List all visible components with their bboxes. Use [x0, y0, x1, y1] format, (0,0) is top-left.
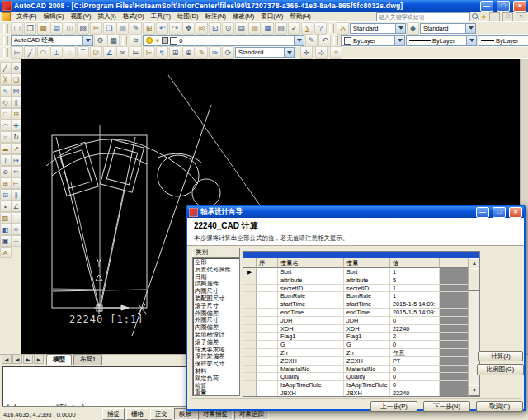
zoom-window-icon[interactable]: ⊡ [209, 22, 221, 35]
match-properties-icon[interactable]: ✎ [130, 22, 142, 35]
array-icon[interactable]: ⊞ [11, 108, 22, 120]
cell-seq[interactable] [257, 292, 278, 300]
menu-item[interactable]: 修改(M) [229, 12, 257, 21]
cell-value[interactable]: 5 [390, 276, 440, 285]
category-item[interactable]: 额定负荷 [195, 375, 238, 383]
markup-set-manager-icon[interactable]: ✓ [288, 22, 300, 35]
table-row[interactable]: XDH XDH 22240 [243, 325, 479, 333]
cell-value[interactable]: 22240 [390, 389, 440, 397]
layer-combo[interactable]: ☀ 0 [143, 35, 304, 46]
table-row[interactable]: ZCXH ZCXH PT [243, 357, 479, 366]
dim-style-combo[interactable]: Standard [420, 23, 476, 34]
previous-step-button[interactable]: 上一步(P) [370, 401, 417, 412]
col-header-seq[interactable]: 序 [257, 258, 278, 268]
category-item[interactable]: 外圈偏差 [195, 310, 238, 318]
category-item[interactable]: 内圈偏差 [195, 324, 238, 332]
block-editor-icon[interactable]: ⊞ [143, 22, 155, 35]
close-button[interactable]: × [513, 1, 526, 12]
rotate-icon[interactable]: ↻ [11, 131, 22, 143]
category-item[interactable]: 内圈尺寸 [195, 288, 238, 295]
calculate-button[interactable]: 计算(J) [478, 351, 523, 361]
chamfer-icon[interactable]: ∠ [11, 201, 22, 212]
zoom-previous-icon[interactable]: ⊙ [222, 22, 234, 35]
region-icon[interactable]: ▣ [0, 235, 12, 247]
dimension-style-icon[interactable]: ✛ [300, 46, 313, 59]
mirror-icon[interactable]: ⋈ [11, 85, 22, 97]
dialog-minimize-button[interactable]: — [476, 207, 489, 218]
erase-icon[interactable]: ⊘ [11, 62, 22, 73]
open-icon[interactable]: ❒ [24, 22, 36, 35]
cell-value[interactable]: 2 [390, 333, 440, 341]
table-row[interactable]: endTime endTime 2015-1-5 14:09: [243, 309, 479, 317]
make-block-icon[interactable]: ⊡ [0, 189, 12, 201]
dim-continue-icon[interactable]: ⊩ [143, 46, 155, 59]
cell-seq[interactable] [257, 300, 278, 309]
extend-icon[interactable]: ⊢ [11, 177, 22, 189]
cell-varname[interactable]: startTime [278, 300, 344, 309]
tolerance-icon[interactable]: ⊞ [169, 46, 182, 59]
cell-var[interactable]: Zn [344, 349, 390, 357]
cell-value[interactable]: PT [390, 357, 440, 366]
table-row[interactable]: JDH JDH 0 [243, 317, 479, 325]
dim-linear-icon[interactable]: ⊢ [11, 46, 23, 59]
spline-icon[interactable]: ≀ [0, 154, 12, 166]
pan-realtime-icon[interactable]: ✥ [182, 22, 195, 35]
cell-var[interactable]: G [344, 341, 390, 349]
cancel-button[interactable]: 取消(C) [476, 401, 523, 412]
category-item[interactable]: 技术要求项 [195, 347, 238, 354]
category-item[interactable]: 滚子偏差 [195, 339, 238, 347]
dim-radius-icon[interactable]: ◌ [64, 46, 76, 59]
dim-aligned-icon[interactable]: ╱ [24, 46, 36, 59]
save-icon[interactable]: ▦ [37, 22, 50, 35]
cell-value[interactable]: 22240 [390, 325, 440, 333]
move-icon[interactable]: ✚ [11, 120, 22, 131]
offset-icon[interactable]: ∥ [11, 97, 22, 108]
lineweight-combo[interactable]: ByLayer [478, 35, 528, 46]
line-icon[interactable]: ╱ [0, 62, 12, 73]
menu-item[interactable]: 视图(V) [68, 12, 95, 21]
cell-value[interactable]: 1 [390, 292, 440, 300]
stretch-icon[interactable]: ↦ [11, 154, 22, 166]
cell-varname[interactable]: Zn [278, 349, 344, 357]
table-row[interactable]: G G 0 [243, 341, 479, 349]
plot-preview-icon[interactable]: ◫ [64, 22, 76, 35]
polygon-icon[interactable]: ◇ [0, 97, 12, 108]
cell-var[interactable]: Sort [344, 268, 390, 276]
zoom-realtime-icon[interactable]: ◎ [196, 22, 208, 35]
dialog-close-button[interactable]: × [509, 207, 522, 218]
menu-item[interactable]: 编辑(E) [40, 12, 68, 21]
help-icon[interactable]: ? [314, 22, 327, 35]
cut-icon[interactable]: ✂ [90, 22, 102, 35]
cell-seq[interactable] [257, 373, 278, 381]
redo-icon[interactable]: ↷ [169, 22, 182, 35]
text-style-combo[interactable]: Standard [350, 23, 406, 34]
cell-var[interactable]: attribute [344, 276, 390, 285]
next-step-button[interactable]: 下一步(N) [423, 401, 470, 412]
category-item[interactable]: 结构属性 [195, 281, 238, 288]
workspace-save-icon[interactable]: ▦ [107, 35, 120, 47]
restore-button[interactable]: □ [497, 1, 510, 12]
explode-icon[interactable]: ✳ [11, 224, 22, 235]
cell-seq[interactable] [257, 325, 278, 333]
menu-item[interactable]: 插入(I) [95, 12, 120, 21]
tab-nav-arrow-icon[interactable]: ◀ [12, 354, 22, 364]
text-style-manager-icon[interactable]: A [337, 22, 349, 35]
dim-angular-icon[interactable]: ∠ [103, 46, 116, 59]
dim-diameter-icon[interactable]: ∅ [90, 46, 102, 59]
cell-seq[interactable] [257, 341, 278, 349]
copy-clip-icon[interactable]: ❏ [103, 22, 116, 35]
multiline-text-icon[interactable]: A [0, 247, 12, 258]
combo-arrow-icon[interactable] [395, 24, 405, 33]
table-row[interactable]: Flag1 Flag1 2 [243, 333, 479, 341]
tab-nav-arrow-icon[interactable]: ▶ [34, 354, 44, 364]
cell-varname[interactable]: BomRule [278, 292, 344, 300]
category-item[interactable]: 重量 [195, 389, 238, 396]
cell-varname[interactable]: Quality [278, 373, 344, 381]
cell-seq[interactable] [257, 366, 278, 374]
combo-arrow-icon[interactable] [82, 36, 92, 45]
menu-item[interactable]: 绘图(D) [174, 12, 201, 21]
category-item[interactable]: 后置代号属性 [195, 267, 238, 274]
mdi-restore-button[interactable]: □ [502, 12, 513, 21]
cell-seq[interactable] [257, 276, 278, 285]
cell-value[interactable]: 0 [390, 341, 440, 349]
